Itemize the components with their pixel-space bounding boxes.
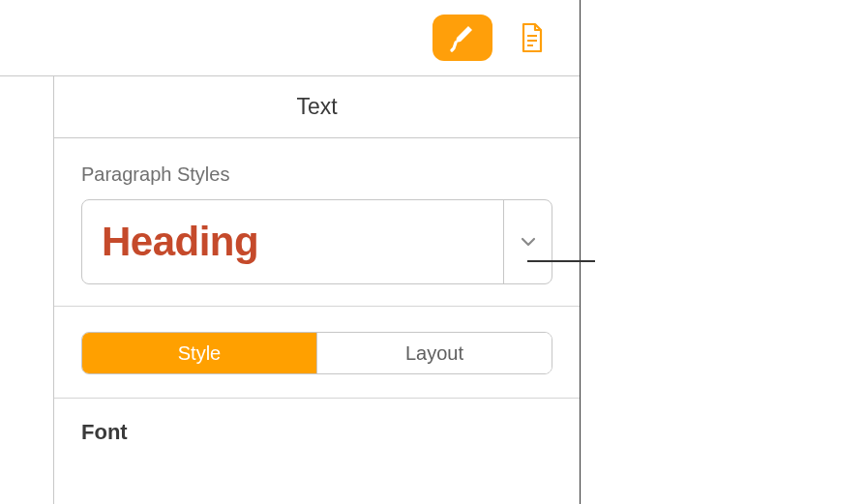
paragraph-style-dropdown[interactable]: Heading [81,199,552,284]
tab-layout[interactable]: Layout [316,333,552,373]
document-button[interactable] [502,15,562,61]
paragraph-style-selected: Heading [82,219,503,265]
font-section: Font [54,399,580,445]
toolbar [0,0,580,75]
style-layout-tabs: Style Layout [81,332,552,374]
content-area: Text Paragraph Styles Heading [0,75,580,504]
left-gutter [0,75,54,504]
paintbrush-icon [448,23,477,52]
inspector-container: Text Paragraph Styles Heading [0,0,581,504]
paragraph-styles-section: Paragraph Styles Heading [54,138,580,307]
font-label: Font [81,420,552,445]
tab-style[interactable]: Style [82,333,316,373]
dropdown-chevron-button[interactable] [503,200,552,283]
paragraph-styles-label: Paragraph Styles [81,163,552,186]
document-icon [519,22,546,53]
panel-title: Text [54,76,580,138]
callout-line [527,260,595,262]
panel-body: Paragraph Styles Heading Style Layout [54,138,580,445]
format-button[interactable] [432,15,492,61]
inspector-panel: Text Paragraph Styles Heading [54,75,580,504]
chevron-down-icon [521,237,536,247]
tabs-section: Style Layout [54,307,580,399]
